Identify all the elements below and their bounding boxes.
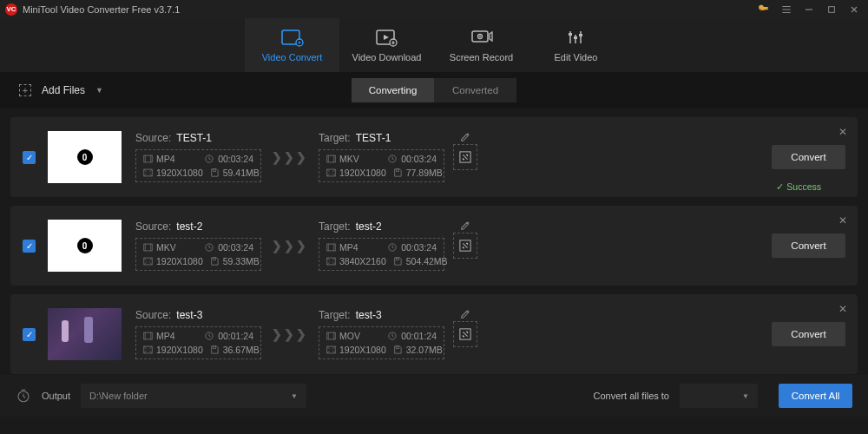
convert-button[interactable]: Convert: [772, 233, 845, 258]
expand-target-icon[interactable]: [453, 233, 477, 259]
clock-icon: [205, 155, 214, 163]
target-label: Target:: [319, 309, 351, 321]
tab-edit-video[interactable]: Edit Video: [529, 18, 623, 72]
edit-target-icon[interactable]: [460, 132, 470, 142]
clock-icon: [205, 332, 214, 340]
target-name: test-2: [356, 220, 382, 233]
expand-target-icon[interactable]: [453, 321, 477, 347]
file-list: ✓ 0 Source:TEST-1 MP400:03:24 1920X10805…: [0, 108, 868, 375]
format-icon: [326, 155, 336, 163]
resolution-icon: [143, 345, 153, 354]
tab-video-convert[interactable]: Video Convert: [245, 18, 339, 72]
output-path-value: D:\New folder: [89, 391, 148, 401]
source-meta: MP400:01:24 1920X108036.67MB: [135, 326, 261, 359]
target-label: Target:: [319, 132, 351, 144]
output-path-select[interactable]: D:\New folder ▼: [81, 384, 306, 408]
svg-marker-4: [384, 35, 389, 40]
size-icon: [393, 168, 403, 177]
thumbnail[interactable]: [48, 308, 122, 360]
output-label: Output: [42, 391, 70, 401]
tab-label: Edit Video: [555, 52, 598, 62]
footer: Output D:\New folder ▼ Convert all files…: [0, 375, 868, 417]
arrow-icon: ❯❯❯: [272, 150, 308, 164]
resolution-icon: [143, 257, 153, 266]
thumbnail[interactable]: 0: [48, 220, 122, 272]
video-download-icon: [376, 28, 398, 47]
format-icon: [326, 332, 336, 340]
thumbnail[interactable]: 0: [48, 131, 122, 183]
remove-item-icon[interactable]: ✕: [838, 303, 847, 315]
source-name: test-3: [176, 309, 202, 321]
source-name: TEST-1: [176, 132, 212, 144]
upgrade-key-icon[interactable]: [755, 1, 773, 18]
size-icon: [210, 257, 220, 266]
status-success: ✓ Success: [776, 181, 821, 192]
convert-button[interactable]: Convert: [772, 322, 845, 346]
schedule-icon[interactable]: [16, 388, 31, 404]
target-meta: MKV00:03:24 1920X108077.89MB: [319, 149, 444, 182]
tab-converting[interactable]: Converting: [352, 78, 434, 102]
svg-point-8: [479, 36, 481, 37]
tab-screen-record[interactable]: Screen Record: [434, 18, 529, 72]
edit-target-icon[interactable]: [460, 309, 470, 319]
remove-item-icon[interactable]: ✕: [838, 126, 847, 138]
tab-converted[interactable]: Converted: [434, 78, 516, 102]
menu-icon[interactable]: [778, 1, 795, 18]
source-label: Source:: [135, 309, 171, 321]
tab-video-download[interactable]: Video Download: [339, 18, 434, 72]
format-icon: [143, 243, 153, 252]
convert-all-format-select[interactable]: ▼: [680, 384, 758, 408]
svg-rect-10: [574, 36, 577, 39]
clock-icon: [388, 332, 398, 340]
source-meta: MP400:03:24 1920X108059.41MB: [135, 149, 261, 182]
row-checkbox[interactable]: ✓: [23, 151, 36, 164]
screen-record-icon: [470, 28, 493, 47]
resolution-icon: [143, 168, 153, 177]
svg-rect-11: [579, 34, 582, 36]
format-icon: [326, 243, 336, 252]
list-item: ✓ Source:test-3 MP400:01:24 1920X108036.…: [10, 294, 858, 374]
source-label: Source:: [135, 220, 171, 233]
resolution-icon: [326, 257, 336, 266]
maximize-icon[interactable]: [823, 1, 840, 18]
list-item: ✓ 0 Source:test-2 MKV00:03:24 1920X10805…: [10, 206, 858, 286]
expand-target-icon[interactable]: [453, 144, 477, 170]
list-item: ✓ 0 Source:TEST-1 MP400:03:24 1920X10805…: [10, 117, 858, 197]
target-meta: MP400:03:24 3840X2160504.42MB: [319, 238, 444, 271]
add-files-button[interactable]: + Add Files ▼: [19, 84, 103, 96]
chevron-down-icon: ▼: [95, 86, 103, 95]
clock-icon: [388, 155, 398, 163]
edit-video-icon: [567, 28, 586, 47]
target-label: Target:: [319, 220, 351, 233]
size-icon: [393, 257, 403, 266]
size-icon: [210, 345, 220, 354]
clock-icon: [388, 243, 398, 252]
remove-item-icon[interactable]: ✕: [838, 214, 847, 227]
row-checkbox[interactable]: ✓: [23, 328, 36, 341]
close-icon[interactable]: [845, 1, 863, 18]
add-files-label: Add Files: [42, 84, 85, 96]
app-logo: VC: [5, 3, 17, 16]
edit-target-icon[interactable]: [460, 220, 470, 231]
arrow-icon: ❯❯❯: [272, 327, 308, 341]
resolution-icon: [326, 168, 336, 177]
format-icon: [143, 332, 153, 340]
target-meta: MOV00:01:24 1920X108032.07MB: [319, 326, 444, 359]
plus-icon: +: [19, 84, 31, 96]
convert-button[interactable]: Convert: [772, 145, 845, 169]
toolbar: + Add Files ▼ Converting Converted: [0, 72, 868, 108]
video-convert-icon: [281, 28, 304, 47]
target-name: TEST-1: [356, 132, 391, 144]
svg-rect-0: [829, 6, 835, 12]
source-label: Source:: [135, 132, 171, 144]
convert-all-button[interactable]: Convert All: [779, 384, 852, 408]
arrow-icon: ❯❯❯: [272, 239, 308, 253]
convert-all-to-label: Convert all files to: [594, 391, 669, 401]
size-icon: [393, 345, 403, 354]
minimize-icon[interactable]: [800, 1, 818, 18]
row-checkbox[interactable]: ✓: [23, 240, 36, 253]
tab-label: Video Download: [352, 52, 422, 62]
tab-label: Screen Record: [450, 52, 513, 62]
titlebar: VC MiniTool Video Converter Free v3.7.1: [0, 0, 868, 18]
size-icon: [210, 168, 220, 177]
